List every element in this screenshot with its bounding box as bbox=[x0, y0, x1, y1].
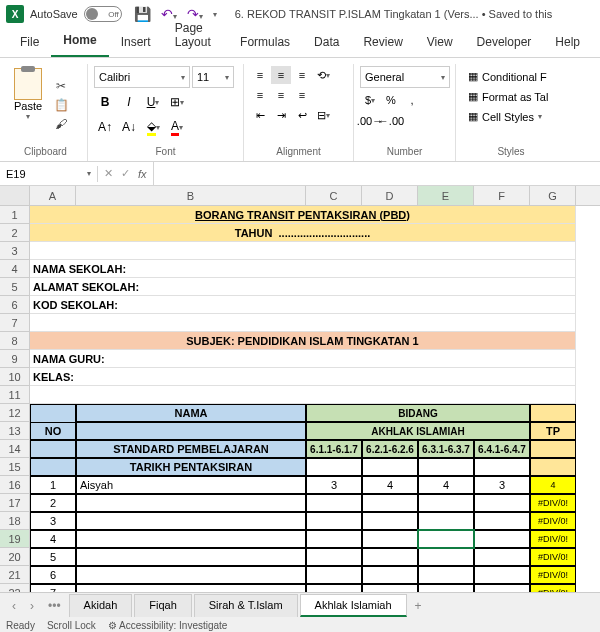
col-header-C[interactable]: C bbox=[306, 186, 362, 205]
sheet-tab-fiqah[interactable]: Fiqah bbox=[134, 594, 192, 617]
decrease-indent-button[interactable]: ⇤ bbox=[250, 106, 270, 124]
grow-font-button[interactable]: A↑ bbox=[94, 116, 116, 138]
th-no-4[interactable] bbox=[30, 458, 76, 476]
table-row-no[interactable]: 3 bbox=[30, 512, 76, 530]
th-blank-e[interactable] bbox=[418, 458, 474, 476]
row-header-6[interactable]: 6 bbox=[0, 296, 30, 314]
table-row-no[interactable]: 6 bbox=[30, 566, 76, 584]
row-header-14[interactable]: 14 bbox=[0, 440, 30, 458]
alamat-sekolah-cell[interactable]: ALAMAT SEKOLAH: bbox=[30, 278, 576, 296]
table-row-tp[interactable]: #DIV/0! bbox=[530, 566, 576, 584]
nama-sekolah-cell[interactable]: NAMA SEKOLAH: bbox=[30, 260, 576, 278]
font-name-select[interactable]: Calibri▾ bbox=[94, 66, 190, 88]
cell-styles-button[interactable]: ▦Cell Styles▾ bbox=[464, 108, 558, 125]
status-accessibility[interactable]: ⚙ Accessibility: Investigate bbox=[108, 620, 228, 631]
kelas-cell[interactable]: KELAS: bbox=[30, 368, 576, 386]
table-row-v2[interactable] bbox=[362, 530, 418, 548]
table-row-v2[interactable] bbox=[362, 548, 418, 566]
col-header-F[interactable]: F bbox=[474, 186, 530, 205]
cut-button[interactable]: ✂ bbox=[52, 78, 70, 94]
menu-formulas[interactable]: Formulas bbox=[228, 29, 302, 57]
menu-developer[interactable]: Developer bbox=[465, 29, 544, 57]
table-row-v1[interactable]: 3 bbox=[306, 476, 362, 494]
row-header-21[interactable]: 21 bbox=[0, 566, 30, 584]
italic-button[interactable]: I bbox=[118, 91, 140, 113]
th-blank-c[interactable] bbox=[306, 458, 362, 476]
table-row-no[interactable]: 1 bbox=[30, 476, 76, 494]
row-header-20[interactable]: 20 bbox=[0, 548, 30, 566]
decrease-decimal-button[interactable]: ←.00 bbox=[381, 112, 401, 130]
underline-button[interactable]: U▾ bbox=[142, 91, 164, 113]
menu-help[interactable]: Help bbox=[543, 29, 592, 57]
table-row-v3[interactable] bbox=[418, 530, 474, 548]
table-row-v4[interactable] bbox=[474, 530, 530, 548]
table-row-v4[interactable]: 3 bbox=[474, 476, 530, 494]
table-row-v3[interactable] bbox=[418, 548, 474, 566]
table-row-tp[interactable]: #DIV/0! bbox=[530, 530, 576, 548]
sheet-tab-akhlak-islamiah[interactable]: Akhlak Islamiah bbox=[300, 594, 407, 617]
fill-color-button[interactable]: ⬙▾ bbox=[142, 116, 164, 138]
table-row-v1[interactable] bbox=[306, 566, 362, 584]
th-no-3[interactable] bbox=[30, 440, 76, 458]
menu-view[interactable]: View bbox=[415, 29, 465, 57]
row-header-1[interactable]: 1 bbox=[0, 206, 30, 224]
percent-button[interactable]: % bbox=[381, 91, 401, 109]
align-middle-button[interactable]: ≡ bbox=[271, 66, 291, 84]
col-header-B[interactable]: B bbox=[76, 186, 306, 205]
paste-button[interactable]: Paste ▾ bbox=[10, 66, 46, 144]
th-blank-d[interactable] bbox=[362, 458, 418, 476]
row-header-2[interactable]: 2 bbox=[0, 224, 30, 242]
subjek-cell[interactable]: SUBJEK: PENDIDIKAN ISLAM TINGKATAN 1 bbox=[30, 332, 576, 350]
table-row-v4[interactable] bbox=[474, 548, 530, 566]
table-row-nama[interactable] bbox=[76, 494, 306, 512]
table-row-v3[interactable] bbox=[418, 494, 474, 512]
table-row-v1[interactable] bbox=[306, 548, 362, 566]
table-row-v4[interactable] bbox=[474, 566, 530, 584]
th-tp-3[interactable] bbox=[530, 458, 576, 476]
menu-file[interactable]: File bbox=[8, 29, 51, 57]
row-header-9[interactable]: 9 bbox=[0, 350, 30, 368]
table-row-v1[interactable] bbox=[306, 494, 362, 512]
row-header-16[interactable]: 16 bbox=[0, 476, 30, 494]
th-nama[interactable]: NAMA bbox=[76, 404, 306, 422]
table-row-v3[interactable] bbox=[418, 512, 474, 530]
border-button[interactable]: ⊞▾ bbox=[166, 91, 188, 113]
table-row-tp[interactable]: 4 bbox=[530, 476, 576, 494]
cell-r3[interactable] bbox=[30, 242, 576, 260]
th-nama-blank[interactable] bbox=[76, 422, 306, 440]
bold-button[interactable]: B bbox=[94, 91, 116, 113]
table-row-no[interactable]: 5 bbox=[30, 548, 76, 566]
kod-sekolah-cell[interactable]: KOD SEKOLAH: bbox=[30, 296, 576, 314]
table-row-nama[interactable] bbox=[76, 566, 306, 584]
table-row-nama[interactable] bbox=[76, 512, 306, 530]
th-col-2[interactable]: 6.2.1-6.2.6 bbox=[362, 440, 418, 458]
format-painter-button[interactable]: 🖌 bbox=[52, 116, 70, 132]
copy-button[interactable]: 📋 bbox=[52, 97, 70, 113]
col-header-A[interactable]: A bbox=[30, 186, 76, 205]
table-row-v3[interactable] bbox=[418, 566, 474, 584]
sheet-tab-sirah-t-islam[interactable]: Sirah & T.Islam bbox=[194, 594, 298, 617]
th-no-2[interactable]: NO bbox=[30, 422, 76, 440]
align-bottom-button[interactable]: ≡ bbox=[292, 66, 312, 84]
formula-cancel-icon[interactable]: ✕ bbox=[104, 167, 113, 180]
conditional-formatting-button[interactable]: ▦Conditional F bbox=[464, 68, 558, 85]
table-row-tp[interactable]: #DIV/0! bbox=[530, 512, 576, 530]
increase-indent-button[interactable]: ⇥ bbox=[271, 106, 291, 124]
row-header-17[interactable]: 17 bbox=[0, 494, 30, 512]
align-right-button[interactable]: ≡ bbox=[292, 86, 312, 104]
th-akhlak[interactable]: AKHLAK ISLAMIAH bbox=[306, 422, 530, 440]
tab-next-button[interactable]: › bbox=[24, 597, 40, 615]
shrink-font-button[interactable]: A↓ bbox=[118, 116, 140, 138]
table-row-v2[interactable]: 4 bbox=[362, 476, 418, 494]
tab-more-button[interactable]: ••• bbox=[42, 597, 67, 615]
row-header-15[interactable]: 15 bbox=[0, 458, 30, 476]
sheet-tab-akidah[interactable]: Akidah bbox=[69, 594, 133, 617]
accounting-button[interactable]: $▾ bbox=[360, 91, 380, 109]
align-left-button[interactable]: ≡ bbox=[250, 86, 270, 104]
table-row-tp[interactable]: #DIV/0! bbox=[530, 548, 576, 566]
row-header-12[interactable]: 12 bbox=[0, 404, 30, 422]
table-row-nama[interactable] bbox=[76, 530, 306, 548]
menu-page-layout[interactable]: Page Layout bbox=[163, 15, 228, 57]
formula-bar[interactable] bbox=[153, 162, 600, 185]
font-color-button[interactable]: A▾ bbox=[166, 116, 188, 138]
